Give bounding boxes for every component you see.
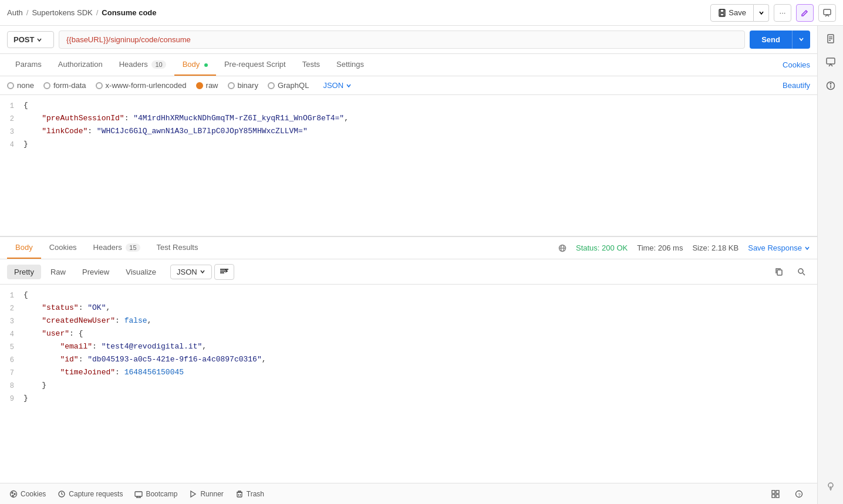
right-panel bbox=[817, 26, 843, 504]
top-bar: Auth / Supertokens SDK / Consume code Sa… bbox=[0, 0, 843, 26]
edit-button[interactable] bbox=[796, 4, 814, 22]
send-main-button[interactable]: Send bbox=[750, 31, 792, 49]
fmt-tab-visualize[interactable]: Visualize bbox=[119, 265, 163, 279]
svg-marker-21 bbox=[191, 491, 195, 497]
help-icon: ? bbox=[795, 490, 803, 498]
svg-point-16 bbox=[12, 495, 14, 496]
body-type-binary[interactable]: binary bbox=[228, 81, 258, 90]
right-doc-icon[interactable] bbox=[822, 31, 839, 47]
breadcrumb-sep1: / bbox=[26, 8, 29, 17]
fmt-tab-pretty[interactable]: Pretty bbox=[7, 265, 41, 279]
resp-tab-body[interactable]: Body bbox=[7, 237, 41, 259]
globe-icon bbox=[558, 244, 567, 252]
tab-tests[interactable]: Tests bbox=[294, 54, 328, 76]
comment-button[interactable] bbox=[818, 4, 836, 22]
body-type-graphql[interactable]: GraphQL bbox=[268, 81, 309, 90]
pencil-icon bbox=[801, 9, 809, 17]
svg-rect-28 bbox=[776, 495, 779, 498]
save-response-button[interactable]: Save Response bbox=[748, 243, 810, 252]
runner-label: Runner bbox=[200, 490, 223, 498]
svg-point-15 bbox=[14, 493, 15, 495]
response-code-viewer[interactable]: 1 { 2 "status": "OK", 3 "createdNewUser"… bbox=[0, 285, 817, 483]
resp-json-chevron-icon bbox=[200, 269, 205, 275]
resp-line-5: 5 "email": "test4@revodigital.it", bbox=[0, 341, 817, 354]
request-body-scroll[interactable]: 1 { 2 "preAuthSessionId": "4M1rdHhXRMuck… bbox=[0, 95, 817, 236]
save-dropdown-button[interactable] bbox=[754, 4, 769, 22]
method-select[interactable]: POST bbox=[7, 31, 54, 48]
json-chevron-icon bbox=[346, 83, 352, 89]
response-status: Status: 200 OK bbox=[576, 243, 628, 252]
copy-response-button[interactable] bbox=[770, 263, 788, 280]
svg-rect-25 bbox=[772, 491, 775, 493]
right-comments-icon[interactable] bbox=[822, 54, 839, 70]
main-content: POST Send Params Authorization Headers 1… bbox=[0, 26, 817, 504]
url-bar: POST Send bbox=[0, 26, 817, 54]
bottom-runner[interactable]: Runner bbox=[189, 490, 223, 498]
fmt-tab-raw[interactable]: Raw bbox=[43, 265, 73, 279]
resp-tab-test-results[interactable]: Test Results bbox=[149, 237, 207, 259]
response-format-bar: Pretty Raw Preview Visualize JSON bbox=[0, 259, 817, 285]
wrap-icon bbox=[220, 267, 229, 275]
body-type-urlencoded[interactable]: x-www-form-urlencoded bbox=[96, 81, 187, 90]
resp-line-6: 6 "id": "db045193-a0c5-421e-9f16-a4c0897… bbox=[0, 354, 817, 367]
fmt-tab-preview[interactable]: Preview bbox=[75, 265, 116, 279]
url-input[interactable] bbox=[59, 31, 745, 49]
radio-form-data bbox=[43, 82, 50, 89]
svg-point-14 bbox=[12, 492, 13, 493]
req-line-4: 4 } bbox=[0, 138, 817, 151]
grid-button[interactable] bbox=[767, 485, 784, 503]
resp-line-9: 9 } bbox=[0, 393, 817, 405]
svg-rect-2 bbox=[720, 13, 724, 16]
body-type-raw[interactable]: raw bbox=[196, 81, 218, 90]
breadcrumb: Auth / Supertokens SDK / Consume code bbox=[7, 8, 157, 17]
right-bulb-icon[interactable] bbox=[822, 478, 839, 495]
tab-settings[interactable]: Settings bbox=[328, 54, 372, 76]
send-dropdown-button[interactable] bbox=[792, 31, 810, 49]
response-size: Size: 2.18 KB bbox=[692, 243, 739, 252]
copy-icon bbox=[775, 268, 783, 276]
cookies-link[interactable]: Cookies bbox=[783, 60, 810, 69]
bottom-bootcamp[interactable]: Bootcamp bbox=[134, 490, 177, 498]
body-type-form-data[interactable]: form-data bbox=[43, 81, 86, 90]
bottom-capture[interactable]: Capture requests bbox=[58, 490, 123, 498]
tab-headers[interactable]: Headers 10 bbox=[111, 54, 174, 76]
tab-pre-request[interactable]: Pre-request Script bbox=[216, 54, 294, 76]
more-options-button[interactable]: ··· bbox=[774, 4, 791, 22]
body-type-bar: none form-data x-www-form-urlencoded raw… bbox=[0, 76, 817, 95]
req-line-1: 1 { bbox=[0, 100, 817, 113]
send-chevron-icon bbox=[798, 36, 804, 42]
svg-point-11 bbox=[798, 269, 803, 273]
response-action-icons bbox=[770, 263, 810, 280]
wrap-button[interactable] bbox=[214, 264, 234, 280]
breadcrumb-auth[interactable]: Auth bbox=[7, 8, 23, 17]
tab-body[interactable]: Body bbox=[174, 54, 216, 76]
response-status-bar: Status: 200 OK Time: 206 ms Size: 2.18 K… bbox=[558, 243, 810, 252]
req-line-2: 2 "preAuthSessionId": "4M1rdHhXRMuckNDhG… bbox=[0, 113, 817, 126]
beautify-button[interactable]: Beautify bbox=[783, 81, 810, 90]
save-button[interactable]: Save bbox=[710, 4, 754, 22]
chevron-down-icon bbox=[758, 10, 764, 16]
svg-rect-27 bbox=[772, 495, 775, 498]
svg-rect-26 bbox=[776, 491, 779, 493]
tab-authorization[interactable]: Authorization bbox=[50, 54, 111, 76]
resp-tab-cookies[interactable]: Cookies bbox=[41, 237, 85, 259]
chat-icon bbox=[823, 9, 831, 17]
radio-none bbox=[7, 82, 14, 89]
svg-rect-35 bbox=[827, 58, 835, 64]
grid-icon bbox=[771, 490, 780, 498]
bottom-cookies[interactable]: Cookies bbox=[9, 490, 46, 498]
right-info-icon[interactable] bbox=[822, 77, 839, 94]
response-json-dropdown[interactable]: JSON bbox=[170, 265, 212, 279]
info-icon bbox=[826, 81, 835, 90]
search-response-button[interactable] bbox=[793, 263, 810, 280]
body-type-none[interactable]: none bbox=[7, 81, 34, 90]
breadcrumb-sdk[interactable]: Supertokens SDK bbox=[32, 8, 92, 17]
help-button[interactable]: ? bbox=[790, 485, 808, 503]
send-button-group: Send bbox=[750, 31, 810, 49]
request-code-editor[interactable]: 1 { 2 "preAuthSessionId": "4M1rdHhXRMuck… bbox=[0, 95, 817, 156]
json-format-dropdown[interactable]: JSON bbox=[323, 81, 352, 90]
breadcrumb-sep2: / bbox=[96, 8, 99, 17]
resp-tab-headers[interactable]: Headers 15 bbox=[85, 237, 149, 259]
bottom-trash[interactable]: Trash bbox=[235, 490, 264, 498]
tab-params[interactable]: Params bbox=[7, 54, 50, 76]
